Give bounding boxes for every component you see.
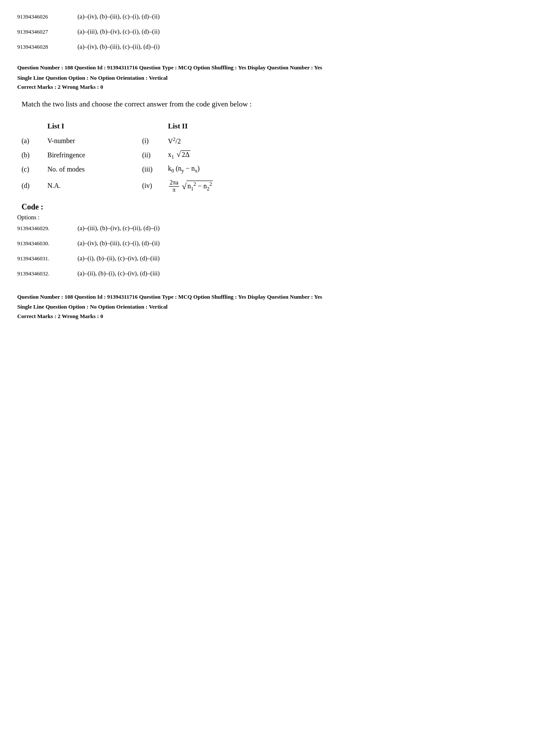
option-text: (a)–(i), (b)–(ii), (c)–(iv), (d)–(iii) <box>78 255 160 262</box>
options-list: 91394346029. (a)–(iii), (b)–(iv), (c)–(i… <box>17 225 517 277</box>
list1-letter: (a) <box>17 134 43 147</box>
question-108-repeat-block: Question Number : 108 Question Id : 9139… <box>17 293 517 320</box>
table-row: (d) N.A. (iv) 2πa π √n12 − n22 <box>17 176 517 196</box>
list-item: 91394346026 (a)–(iv), (b)–(iii), (c)–(i)… <box>17 13 517 20</box>
question-meta-line1: Question Number : 108 Question Id : 9139… <box>17 63 517 72</box>
list-item: 91394346030. (a)–(iv), (b)–(iii), (c)–(i… <box>17 240 517 247</box>
col-header-blank <box>17 120 43 134</box>
list1-letter: (d) <box>17 176 43 196</box>
option-text: (a)–(iv), (b)–(iii), (c)–(i), (d)–(ii) <box>78 240 160 247</box>
list1-letter: (b) <box>17 148 43 162</box>
table-row: (b) Birefringence (ii) x1 √2Δ <box>17 148 517 162</box>
repeat-marks-line: Correct Marks : 2 Wrong Marks : 0 <box>17 313 517 320</box>
code-heading: Code : <box>22 203 517 212</box>
list-item: 91394346029. (a)–(iii), (b)–(iv), (c)–(i… <box>17 225 517 232</box>
option-id: 91394346030. <box>17 240 73 247</box>
option-text: (a)–(ii), (b)–(i), (c)–(iv), (d)–(iii) <box>78 270 160 277</box>
table-row: (c) No. of modes (iii) k0 (ny − nx) <box>17 162 517 176</box>
option-id: 91394346028 <box>17 43 73 50</box>
list2-num: (iii) <box>138 162 164 176</box>
marks-line: Correct Marks : 2 Wrong Marks : 0 <box>17 84 517 91</box>
question-meta-line2: Single Line Question Option : No Option … <box>17 74 517 82</box>
list2-value: 2πa π √n12 − n22 <box>164 176 517 196</box>
option-id: 91394346027 <box>17 28 73 35</box>
repeat-meta-line2: Single Line Question Option : No Option … <box>17 303 517 311</box>
option-id: 91394346032. <box>17 270 73 277</box>
option-text: (a)–(iii), (b)–(iv), (c)–(ii), (d)–(i) <box>78 225 160 232</box>
list2-num: (ii) <box>138 148 164 162</box>
list-item: 91394346032. (a)–(ii), (b)–(i), (c)–(iv)… <box>17 270 517 277</box>
option-id: 91394346029. <box>17 225 73 232</box>
list1-heading: List I <box>43 120 138 134</box>
list2-value: k0 (ny − nx) <box>164 162 517 176</box>
list2-value: V2/2 <box>164 134 517 147</box>
options-label: Options : <box>17 214 517 221</box>
list2-num: (iv) <box>138 176 164 196</box>
list-item: 91394346027 (a)–(iii), (b)–(iv), (c)–(i)… <box>17 28 517 35</box>
top-options-section: 91394346026 (a)–(iv), (b)–(iii), (c)–(i)… <box>17 13 517 50</box>
option-text: (a)–(iii), (b)–(iv), (c)–(i), (d)–(ii) <box>78 28 160 35</box>
list2-heading: List II <box>164 120 517 134</box>
list1-item: V-number <box>43 134 138 147</box>
repeat-meta-line1: Question Number : 108 Question Id : 9139… <box>17 293 517 301</box>
question-body: Match the two lists and choose the corre… <box>17 95 517 113</box>
match-table: List I List II (a) V-number (i) V2/2 (b)… <box>17 120 517 196</box>
list1-item: Birefringence <box>43 148 138 162</box>
list-item: 91394346031. (a)–(i), (b)–(ii), (c)–(iv)… <box>17 255 517 262</box>
option-text: (a)–(iv), (b)–(iii), (c)–(ii), (d)–(i) <box>78 43 160 50</box>
table-row: (a) V-number (i) V2/2 <box>17 134 517 147</box>
list1-letter: (c) <box>17 162 43 176</box>
option-id: 91394346026 <box>17 13 73 20</box>
list1-item: No. of modes <box>43 162 138 176</box>
list1-item: N.A. <box>43 176 138 196</box>
option-id: 91394346031. <box>17 255 73 262</box>
list2-value: x1 √2Δ <box>164 148 517 162</box>
question-108-block: Question Number : 108 Question Id : 9139… <box>17 63 517 277</box>
list-item: 91394346028 (a)–(iv), (b)–(iii), (c)–(ii… <box>17 43 517 50</box>
col-header-blank2 <box>138 120 164 134</box>
list2-num: (i) <box>138 134 164 147</box>
option-text: (a)–(iv), (b)–(iii), (c)–(i), (d)–(ii) <box>78 13 160 20</box>
